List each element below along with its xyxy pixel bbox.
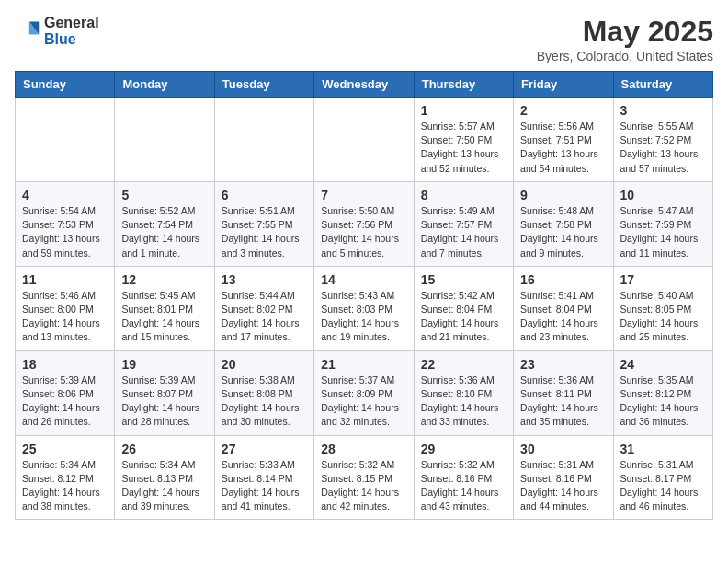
logo-text: General Blue bbox=[44, 15, 99, 47]
day-info: Sunrise: 5:44 AM Sunset: 8:02 PM Dayligh… bbox=[222, 289, 307, 345]
day-info: Sunrise: 5:47 AM Sunset: 7:59 PM Dayligh… bbox=[620, 204, 706, 260]
day-number: 15 bbox=[421, 272, 506, 287]
day-info: Sunrise: 5:57 AM Sunset: 7:50 PM Dayligh… bbox=[421, 120, 506, 176]
day-info: Sunrise: 5:39 AM Sunset: 8:06 PM Dayligh… bbox=[22, 373, 108, 430]
calendar-cell bbox=[16, 98, 115, 182]
week-row-3: 11Sunrise: 5:46 AM Sunset: 8:00 PM Dayli… bbox=[16, 266, 713, 350]
calendar-cell: 18Sunrise: 5:39 AM Sunset: 8:06 PM Dayli… bbox=[16, 350, 115, 435]
day-number: 22 bbox=[421, 357, 506, 372]
calendar-cell: 8Sunrise: 5:49 AM Sunset: 7:57 PM Daylig… bbox=[414, 181, 513, 266]
month-title: May 2025 bbox=[537, 15, 713, 49]
weekday-header-thursday: Thursday bbox=[414, 72, 513, 98]
day-number: 24 bbox=[620, 357, 706, 372]
calendar-cell: 4Sunrise: 5:54 AM Sunset: 7:53 PM Daylig… bbox=[16, 181, 115, 266]
day-number: 9 bbox=[520, 188, 606, 202]
calendar-cell: 23Sunrise: 5:36 AM Sunset: 8:11 PM Dayli… bbox=[514, 350, 613, 435]
calendar-cell: 5Sunrise: 5:52 AM Sunset: 7:54 PM Daylig… bbox=[115, 181, 214, 266]
day-number: 3 bbox=[620, 103, 706, 118]
page-header: General Blue May 2025 Byers, Colorado, U… bbox=[15, 15, 713, 63]
day-info: Sunrise: 5:36 AM Sunset: 8:11 PM Dayligh… bbox=[520, 373, 606, 430]
calendar-cell: 11Sunrise: 5:46 AM Sunset: 8:00 PM Dayli… bbox=[16, 266, 115, 350]
calendar-cell bbox=[115, 98, 214, 182]
day-number: 20 bbox=[222, 357, 307, 372]
weekday-header-row: SundayMondayTuesdayWednesdayThursdayFrid… bbox=[16, 72, 713, 98]
calendar-cell: 14Sunrise: 5:43 AM Sunset: 8:03 PM Dayli… bbox=[314, 266, 414, 350]
weekday-header-tuesday: Tuesday bbox=[214, 72, 313, 98]
week-row-1: 1Sunrise: 5:57 AM Sunset: 7:50 PM Daylig… bbox=[16, 98, 713, 182]
calendar-cell: 20Sunrise: 5:38 AM Sunset: 8:08 PM Dayli… bbox=[214, 350, 313, 435]
calendar-cell: 6Sunrise: 5:51 AM Sunset: 7:55 PM Daylig… bbox=[214, 181, 313, 266]
day-number: 11 bbox=[22, 272, 108, 287]
week-row-5: 25Sunrise: 5:34 AM Sunset: 8:12 PM Dayli… bbox=[16, 435, 713, 520]
day-info: Sunrise: 5:36 AM Sunset: 8:10 PM Dayligh… bbox=[421, 373, 506, 430]
calendar-cell: 30Sunrise: 5:31 AM Sunset: 8:16 PM Dayli… bbox=[514, 435, 613, 520]
calendar-cell: 28Sunrise: 5:32 AM Sunset: 8:15 PM Dayli… bbox=[314, 435, 414, 520]
weekday-header-monday: Monday bbox=[115, 72, 214, 98]
calendar-cell: 2Sunrise: 5:56 AM Sunset: 7:51 PM Daylig… bbox=[514, 98, 613, 182]
day-info: Sunrise: 5:45 AM Sunset: 8:01 PM Dayligh… bbox=[121, 289, 207, 345]
day-number: 25 bbox=[22, 442, 108, 456]
day-info: Sunrise: 5:32 AM Sunset: 8:15 PM Dayligh… bbox=[321, 458, 406, 514]
day-info: Sunrise: 5:39 AM Sunset: 8:07 PM Dayligh… bbox=[121, 373, 207, 430]
day-number: 28 bbox=[321, 442, 406, 456]
day-info: Sunrise: 5:34 AM Sunset: 8:13 PM Dayligh… bbox=[121, 458, 207, 514]
calendar-cell: 16Sunrise: 5:41 AM Sunset: 8:04 PM Dayli… bbox=[514, 266, 613, 350]
day-number: 1 bbox=[421, 103, 506, 118]
day-number: 2 bbox=[520, 103, 606, 118]
calendar-cell: 31Sunrise: 5:31 AM Sunset: 8:17 PM Dayli… bbox=[613, 435, 712, 520]
day-number: 21 bbox=[321, 357, 406, 372]
day-info: Sunrise: 5:32 AM Sunset: 8:16 PM Dayligh… bbox=[421, 458, 506, 514]
day-number: 14 bbox=[321, 272, 406, 287]
day-info: Sunrise: 5:50 AM Sunset: 7:56 PM Dayligh… bbox=[321, 204, 406, 260]
calendar-cell bbox=[214, 98, 313, 182]
day-number: 30 bbox=[520, 442, 606, 456]
day-info: Sunrise: 5:31 AM Sunset: 8:16 PM Dayligh… bbox=[520, 458, 606, 514]
day-info: Sunrise: 5:35 AM Sunset: 8:12 PM Dayligh… bbox=[620, 373, 706, 430]
calendar-cell: 24Sunrise: 5:35 AM Sunset: 8:12 PM Dayli… bbox=[613, 350, 712, 435]
weekday-header-friday: Friday bbox=[514, 72, 613, 98]
day-info: Sunrise: 5:52 AM Sunset: 7:54 PM Dayligh… bbox=[121, 204, 207, 260]
day-info: Sunrise: 5:55 AM Sunset: 7:52 PM Dayligh… bbox=[620, 120, 706, 176]
day-number: 29 bbox=[421, 442, 506, 456]
day-number: 26 bbox=[121, 442, 207, 456]
logo-general: General bbox=[44, 15, 99, 31]
weekday-header-saturday: Saturday bbox=[613, 72, 712, 98]
day-info: Sunrise: 5:49 AM Sunset: 7:57 PM Dayligh… bbox=[421, 204, 506, 260]
calendar-table: SundayMondayTuesdayWednesdayThursdayFrid… bbox=[15, 71, 713, 520]
day-info: Sunrise: 5:56 AM Sunset: 7:51 PM Dayligh… bbox=[520, 120, 606, 176]
day-number: 23 bbox=[520, 357, 606, 372]
day-number: 18 bbox=[22, 357, 108, 372]
day-info: Sunrise: 5:34 AM Sunset: 8:12 PM Dayligh… bbox=[22, 458, 108, 514]
title-block: May 2025 Byers, Colorado, United States bbox=[537, 15, 713, 63]
day-info: Sunrise: 5:33 AM Sunset: 8:14 PM Dayligh… bbox=[222, 458, 307, 514]
calendar-cell: 1Sunrise: 5:57 AM Sunset: 7:50 PM Daylig… bbox=[414, 98, 513, 182]
week-row-4: 18Sunrise: 5:39 AM Sunset: 8:06 PM Dayli… bbox=[16, 350, 713, 435]
day-info: Sunrise: 5:46 AM Sunset: 8:00 PM Dayligh… bbox=[22, 289, 108, 345]
day-number: 6 bbox=[222, 188, 307, 202]
day-number: 19 bbox=[121, 357, 207, 372]
day-info: Sunrise: 5:40 AM Sunset: 8:05 PM Dayligh… bbox=[620, 289, 706, 345]
day-info: Sunrise: 5:38 AM Sunset: 8:08 PM Dayligh… bbox=[222, 373, 307, 430]
logo-icon bbox=[15, 18, 40, 44]
calendar-cell: 15Sunrise: 5:42 AM Sunset: 8:04 PM Dayli… bbox=[414, 266, 513, 350]
day-number: 16 bbox=[520, 272, 606, 287]
week-row-2: 4Sunrise: 5:54 AM Sunset: 7:53 PM Daylig… bbox=[16, 181, 713, 266]
day-info: Sunrise: 5:43 AM Sunset: 8:03 PM Dayligh… bbox=[321, 289, 406, 345]
day-info: Sunrise: 5:41 AM Sunset: 8:04 PM Dayligh… bbox=[520, 289, 606, 345]
logo: General Blue bbox=[15, 15, 99, 47]
calendar-cell: 17Sunrise: 5:40 AM Sunset: 8:05 PM Dayli… bbox=[613, 266, 712, 350]
calendar-cell bbox=[314, 98, 414, 182]
calendar-cell: 26Sunrise: 5:34 AM Sunset: 8:13 PM Dayli… bbox=[115, 435, 214, 520]
day-number: 10 bbox=[620, 188, 706, 202]
day-info: Sunrise: 5:42 AM Sunset: 8:04 PM Dayligh… bbox=[421, 289, 506, 345]
day-info: Sunrise: 5:51 AM Sunset: 7:55 PM Dayligh… bbox=[222, 204, 307, 260]
calendar-cell: 10Sunrise: 5:47 AM Sunset: 7:59 PM Dayli… bbox=[613, 181, 712, 266]
calendar-cell: 25Sunrise: 5:34 AM Sunset: 8:12 PM Dayli… bbox=[16, 435, 115, 520]
day-info: Sunrise: 5:48 AM Sunset: 7:58 PM Dayligh… bbox=[520, 204, 606, 260]
day-number: 17 bbox=[620, 272, 706, 287]
calendar-cell: 27Sunrise: 5:33 AM Sunset: 8:14 PM Dayli… bbox=[214, 435, 313, 520]
day-number: 8 bbox=[421, 188, 506, 202]
calendar-cell: 19Sunrise: 5:39 AM Sunset: 8:07 PM Dayli… bbox=[115, 350, 214, 435]
day-number: 4 bbox=[22, 188, 108, 202]
day-number: 27 bbox=[222, 442, 307, 456]
